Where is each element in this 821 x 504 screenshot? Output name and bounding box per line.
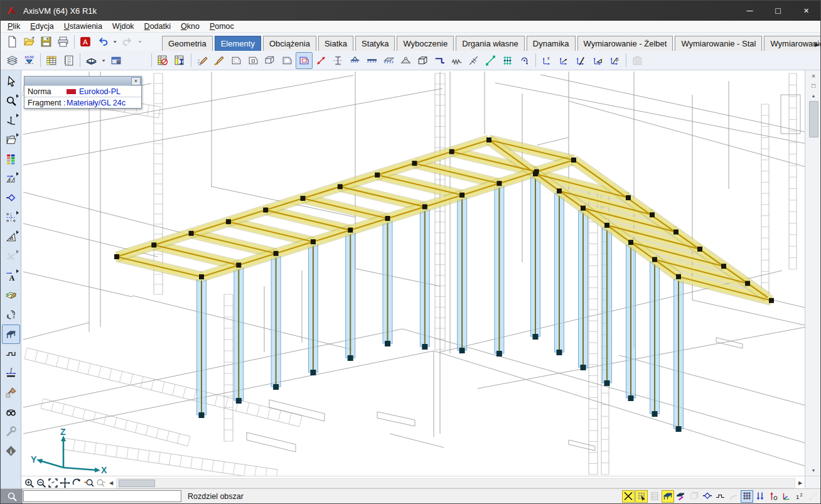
- spring-icon[interactable]: [448, 52, 465, 69]
- gap-icon[interactable]: [465, 52, 482, 69]
- diaphragm-icon[interactable]: [414, 52, 431, 69]
- draw-lines-icon[interactable]: [211, 52, 228, 69]
- menu-item-plik[interactable]: Plik: [3, 21, 25, 32]
- cross-section-table-icon[interactable]: [171, 52, 188, 69]
- command-input[interactable]: [23, 490, 181, 502]
- domain-icon[interactable]: [228, 52, 245, 69]
- horizontal-scroll-thumb[interactable]: [119, 480, 155, 487]
- section-segment-icon[interactable]: [330, 52, 346, 69]
- layer-manager-icon[interactable]: [2, 286, 20, 305]
- new-file-icon[interactable]: [4, 33, 21, 50]
- menu-item-ustawienia[interactable]: Ustawienia: [59, 21, 107, 32]
- geometry-tools-icon[interactable]: [2, 227, 20, 247]
- norma-value[interactable]: Eurokod-PL: [79, 87, 121, 96]
- view-undo-icon[interactable]: [83, 477, 95, 489]
- tab-wymiarowanie-stal[interactable]: Wymiarowanie - Stal: [675, 36, 762, 51]
- pan-icon[interactable]: [59, 477, 71, 489]
- tab-drgania-własne[interactable]: Drgania własne: [456, 36, 525, 51]
- zoom-menu-icon[interactable]: [2, 91, 20, 110]
- reference-angle-icon[interactable]: β: [606, 52, 623, 69]
- model-viewport[interactable]: ZXY × Norma Eurokod-PL Fragment : Mater: [21, 70, 805, 476]
- vertical-scroll-thumb[interactable]: [809, 101, 818, 137]
- open-file-icon[interactable]: [21, 33, 38, 50]
- save-file-icon[interactable]: [38, 33, 55, 50]
- minimize-button[interactable]: ─: [736, 1, 764, 21]
- horizontal-scrollbar[interactable]: [116, 478, 795, 488]
- edge-hinge-icon[interactable]: [397, 52, 414, 69]
- line-support-icon[interactable]: [363, 52, 380, 69]
- menu-item-widok[interactable]: Widok: [107, 21, 139, 32]
- menu-item-okno[interactable]: Okno: [176, 21, 205, 32]
- surface-support-icon[interactable]: [380, 52, 397, 69]
- tab-wyboczenie[interactable]: Wyboczenie: [397, 36, 454, 51]
- menu-item-edycja[interactable]: Edycja: [25, 21, 59, 32]
- rib-icon[interactable]: [431, 52, 448, 69]
- info-panel-titlebar[interactable]: ×: [24, 77, 141, 85]
- color-coding-icon[interactable]: [2, 149, 20, 169]
- domain-mesh-icon[interactable]: [279, 52, 296, 69]
- arrow-up-circle-icon[interactable]: [767, 490, 780, 503]
- reference-plane-icon[interactable]: [589, 52, 606, 69]
- selection-cursor-icon[interactable]: [2, 72, 20, 91]
- reference-point-icon[interactable]: x: [539, 52, 555, 69]
- help-book-icon[interactable]: [83, 52, 100, 69]
- drawings-library-icon[interactable]: [108, 52, 125, 69]
- zigzag-line-icon[interactable]: [2, 344, 20, 363]
- polyline-icon[interactable]: [714, 490, 727, 503]
- tab-wymiarowanie-drewno[interactable]: Wymiarowanie - Drewno: [764, 36, 820, 51]
- tab-obciążenia[interactable]: Obciążenia: [263, 36, 316, 51]
- material-table-icon[interactable]: [154, 52, 171, 69]
- rotate-icon[interactable]: [71, 477, 83, 489]
- layers-icon[interactable]: [4, 52, 21, 69]
- parts-icon[interactable]: [2, 130, 20, 149]
- tab-statyka[interactable]: Statyka: [355, 36, 395, 51]
- views-icon[interactable]: [2, 110, 20, 130]
- rotation-dof-icon[interactable]: [516, 52, 533, 69]
- tab-dynamika[interactable]: Dynamika: [527, 36, 576, 51]
- arrows-down-icon[interactable]: [754, 490, 766, 503]
- tab-geometria[interactable]: Geometria: [162, 36, 213, 51]
- report-maker-icon[interactable]: [60, 52, 77, 69]
- display-options-icon[interactable]: [2, 402, 20, 422]
- viewport-maximize-icon[interactable]: □: [808, 81, 819, 90]
- scroll-up-icon[interactable]: ▲: [808, 91, 819, 100]
- transform-icon[interactable]: [2, 169, 20, 188]
- nodal-dof-icon[interactable]: [499, 52, 516, 69]
- line-elements-icon[interactable]: [313, 52, 330, 69]
- renumber-icon[interactable]: 123: [2, 305, 20, 324]
- viewport-close-icon[interactable]: ×: [808, 71, 819, 80]
- info-panel-close-icon[interactable]: ×: [131, 77, 141, 85]
- print-icon[interactable]: [55, 33, 72, 50]
- tab-siatka[interactable]: Siatka: [318, 36, 353, 51]
- grid-icon[interactable]: [741, 490, 753, 503]
- hscroll-right-icon[interactable]: ▶: [796, 478, 805, 488]
- cursor-grid-icon[interactable]: [635, 490, 648, 503]
- undo-caret-icon[interactable]: [111, 33, 119, 50]
- geometry-check-icon[interactable]: [2, 188, 20, 208]
- scroll-down-icon[interactable]: ▼: [808, 466, 819, 475]
- book-caret-icon[interactable]: [100, 52, 108, 69]
- finder-icon[interactable]: [2, 324, 20, 344]
- zoom-in-icon[interactable]: [23, 477, 35, 489]
- settings-icon[interactable]: [2, 422, 20, 441]
- table-browser-icon[interactable]: [43, 52, 60, 69]
- crosshair-x-icon[interactable]: [622, 490, 635, 503]
- menu-item-dodatki[interactable]: Dodatki: [139, 21, 176, 32]
- menu-item-pomoc[interactable]: Pomoc: [205, 21, 239, 32]
- link-icon[interactable]: [482, 52, 499, 69]
- diamond-arrows-icon[interactable]: [701, 490, 714, 503]
- format-brush-icon[interactable]: [2, 383, 20, 402]
- nodal-support-icon[interactable]: [346, 52, 363, 69]
- maximize-button[interactable]: □: [764, 1, 792, 21]
- domain-hole-icon[interactable]: [245, 52, 262, 69]
- tab-elementy[interactable]: Elementy: [215, 36, 261, 51]
- zoom-fit-icon[interactable]: [47, 477, 59, 489]
- numbering-icon[interactable]: 12: [793, 490, 806, 503]
- elevation-icon[interactable]: ±0.00: [21, 52, 38, 69]
- draw-objects-icon[interactable]: [194, 52, 211, 69]
- reference-axis-icon[interactable]: [572, 52, 589, 69]
- workplane-arrow-icon[interactable]: [675, 490, 687, 503]
- search-cell[interactable]: [1, 489, 23, 503]
- tab-overflow-arrow[interactable]: ▶: [815, 41, 819, 48]
- annotate-icon[interactable]: A: [2, 266, 20, 286]
